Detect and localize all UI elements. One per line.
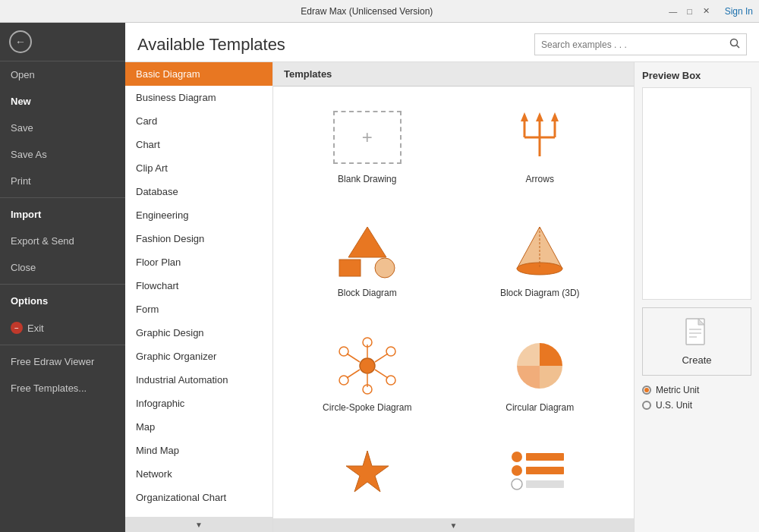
sidebar-divider-1 bbox=[0, 197, 125, 198]
preview-label: Preview Box bbox=[642, 70, 751, 81]
arrows-icon bbox=[509, 111, 570, 164]
category-clip-art[interactable]: Clip Art bbox=[125, 156, 272, 180]
svg-point-28 bbox=[386, 347, 395, 356]
svg-point-34 bbox=[512, 479, 522, 490]
templates-scroll-down[interactable]: ▼ bbox=[273, 518, 634, 532]
search-input[interactable] bbox=[535, 36, 723, 54]
category-database[interactable]: Database bbox=[125, 180, 272, 203]
template-blank-drawing[interactable]: + Blank Drawing bbox=[281, 94, 454, 208]
template-thumb-blank: + bbox=[329, 107, 405, 168]
template-list[interactable] bbox=[454, 436, 627, 497]
template-label-circular: Circular Diagram bbox=[505, 402, 574, 413]
svg-rect-31 bbox=[526, 453, 564, 461]
sidebar-item-free-viewer[interactable]: Free Edraw Viewer bbox=[0, 348, 125, 375]
sign-in-link[interactable]: Sign In bbox=[725, 6, 753, 17]
svg-point-12 bbox=[375, 258, 395, 278]
metric-radio[interactable] bbox=[642, 386, 651, 395]
exit-icon: − bbox=[11, 322, 23, 334]
category-basic-diagram[interactable]: Basic Diagram bbox=[125, 62, 272, 86]
us-label: U.S. Unit bbox=[656, 400, 692, 411]
close-button[interactable]: ✕ bbox=[701, 5, 713, 17]
back-button[interactable]: ← bbox=[0, 23, 125, 61]
svg-marker-10 bbox=[348, 227, 386, 257]
blank-box: + bbox=[333, 111, 402, 164]
template-block-diagram[interactable]: Block Diagram bbox=[281, 208, 454, 322]
svg-point-16 bbox=[360, 358, 375, 373]
svg-point-20 bbox=[339, 347, 348, 356]
category-floor-plan[interactable]: Floor Plan bbox=[125, 250, 272, 274]
title-bar: Edraw Max (Unlicensed Version) — □ ✕ Sig… bbox=[0, 0, 759, 23]
category-form[interactable]: Form bbox=[125, 297, 272, 321]
maximize-button[interactable]: □ bbox=[684, 5, 696, 17]
svg-rect-11 bbox=[339, 260, 361, 276]
sidebar-divider-3 bbox=[0, 345, 125, 345]
category-flowchart[interactable]: Flowchart bbox=[125, 274, 272, 297]
search-box bbox=[534, 33, 747, 55]
unit-metric[interactable]: Metric Unit bbox=[642, 385, 751, 395]
sidebar-item-open[interactable]: Open bbox=[0, 61, 125, 88]
block-3d-icon bbox=[505, 223, 574, 280]
us-radio[interactable] bbox=[642, 401, 651, 410]
sidebar-item-new[interactable]: New bbox=[0, 88, 125, 115]
create-label: Create bbox=[682, 354, 711, 366]
sidebar-item-save-as[interactable]: Save As bbox=[0, 141, 125, 168]
sidebar-item-free-templates[interactable]: Free Templates... bbox=[0, 375, 125, 401]
app-title: Edraw Max (Unlicensed Version) bbox=[67, 6, 667, 17]
templates-grid: + Blank Drawing bbox=[273, 87, 634, 518]
search-button[interactable] bbox=[723, 34, 746, 55]
template-label-arrows: Arrows bbox=[526, 174, 554, 184]
search-icon bbox=[729, 38, 740, 49]
back-circle-icon[interactable]: ← bbox=[9, 30, 32, 53]
template-arrows[interactable]: Arrows bbox=[454, 94, 627, 208]
template-block-3d[interactable]: Block Diagram (3D) bbox=[454, 208, 627, 322]
metric-label: Metric Unit bbox=[656, 385, 699, 395]
svg-point-22 bbox=[339, 376, 348, 385]
circle-spoke-icon bbox=[333, 337, 402, 394]
category-scroll-down[interactable]: ▼ bbox=[125, 517, 272, 532]
sidebar-item-print[interactable]: Print bbox=[0, 168, 125, 194]
document-icon bbox=[685, 317, 709, 346]
page-title: Available Templates bbox=[137, 35, 285, 55]
template-circle-spoke[interactable]: Circle-Spoke Diagram bbox=[281, 323, 454, 436]
unit-us[interactable]: U.S. Unit bbox=[642, 400, 751, 411]
template-thumb-list bbox=[502, 449, 578, 487]
template-star[interactable] bbox=[281, 436, 454, 497]
category-map[interactable]: Map bbox=[125, 415, 272, 439]
category-industrial-automation[interactable]: Industrial Automation bbox=[125, 368, 272, 392]
svg-line-25 bbox=[375, 370, 388, 378]
template-circular[interactable]: Circular Diagram bbox=[454, 323, 627, 436]
category-org-chart[interactable]: Organizational Chart bbox=[125, 486, 272, 509]
category-graphic-design[interactable]: Graphic Design bbox=[125, 321, 272, 345]
svg-rect-33 bbox=[526, 467, 564, 474]
sidebar-item-options[interactable]: Options bbox=[0, 288, 125, 314]
svg-point-30 bbox=[512, 452, 522, 462]
minimize-button[interactable]: — bbox=[667, 5, 679, 17]
category-engineering[interactable]: Engineering bbox=[125, 203, 272, 227]
template-label-blank: Blank Drawing bbox=[338, 174, 396, 184]
category-infographic[interactable]: Infographic bbox=[125, 392, 272, 415]
svg-marker-7 bbox=[536, 112, 543, 121]
template-thumb-circular bbox=[502, 335, 578, 396]
star-icon bbox=[345, 449, 390, 495]
template-label-block3d: Block Diagram (3D) bbox=[500, 288, 580, 298]
preview-box bbox=[642, 87, 751, 300]
list-icon bbox=[509, 449, 570, 487]
sidebar-item-save[interactable]: Save bbox=[0, 115, 125, 141]
svg-point-26 bbox=[386, 376, 395, 385]
sidebar-item-close[interactable]: Close bbox=[0, 254, 125, 281]
category-graphic-organizer[interactable]: Graphic Organizer bbox=[125, 345, 272, 368]
category-chart[interactable]: Chart bbox=[125, 133, 272, 156]
template-thumb-block3d bbox=[502, 221, 578, 282]
category-mind-map[interactable]: Mind Map bbox=[125, 439, 272, 462]
category-card[interactable]: Card bbox=[125, 109, 272, 133]
category-business-diagram[interactable]: Business Diagram bbox=[125, 86, 272, 109]
category-fashion-design[interactable]: Fashion Design bbox=[125, 227, 272, 250]
sidebar-item-exit[interactable]: − Exit bbox=[0, 314, 125, 342]
create-button[interactable]: Create bbox=[642, 307, 751, 376]
sidebar-item-import[interactable]: Import bbox=[0, 201, 125, 228]
category-network[interactable]: Network bbox=[125, 462, 272, 486]
content-area: Available Templates Basic Diagram Busine… bbox=[125, 23, 759, 532]
sidebar-divider-2 bbox=[0, 284, 125, 285]
sidebar-item-export[interactable]: Export & Send bbox=[0, 228, 125, 254]
template-label-block: Block Diagram bbox=[338, 288, 397, 298]
